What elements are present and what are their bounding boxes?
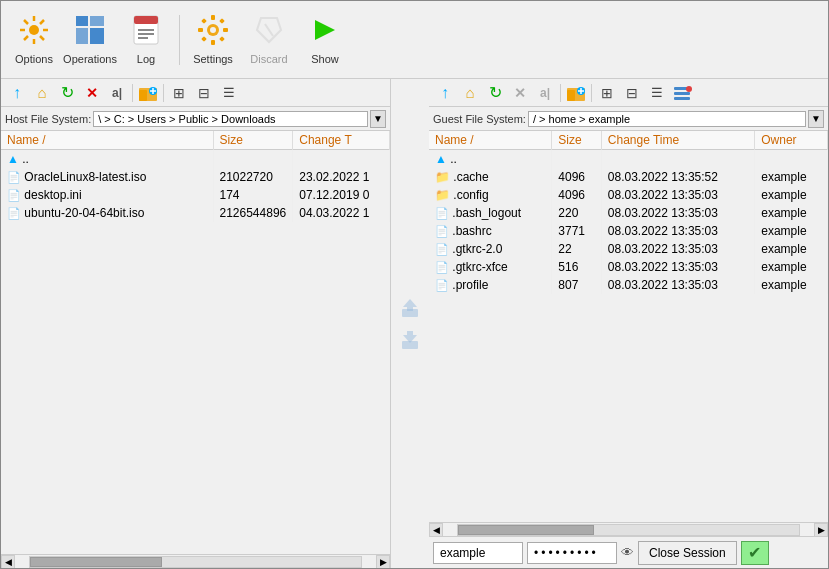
left-sec-toolbar: ↑ ⌂ ↻ ✕ a| ⊞ ⊟ ☰ <box>1 79 390 107</box>
right-table-body: ▲ .. 📁 .cache 4096 08.0 <box>429 150 828 295</box>
left-scroll-left[interactable]: ◀ <box>1 555 15 569</box>
eye-icon[interactable]: 👁 <box>621 545 634 560</box>
right-scroll-right[interactable]: ▶ <box>814 523 828 537</box>
left-col-name[interactable]: Name / <box>1 131 213 150</box>
left-bottom-scroll: ◀ ▶ <box>1 554 390 568</box>
table-row[interactable]: 📁 .config 4096 08.03.2022 13:35:03 examp… <box>429 186 828 204</box>
right-delete-button[interactable]: ✕ <box>508 82 532 104</box>
right-addr-dropdown[interactable]: ▼ <box>808 110 824 128</box>
right-table-header: Name / Size Change Time Owner <box>429 131 828 150</box>
table-row[interactable]: 📄 ubuntu-20-04-64bit.iso 2126544896 04.0… <box>1 204 390 222</box>
show-button[interactable]: Show <box>298 6 352 74</box>
table-row[interactable]: 📄 .profile 807 08.03.2022 13:35:03 examp… <box>429 276 828 294</box>
left-refresh-button[interactable]: ↻ <box>55 82 79 104</box>
discard-button[interactable]: Discard <box>242 6 296 74</box>
right-scroll-thumb <box>458 525 594 535</box>
right-file-table: Name / Size Change Time Owner <box>429 131 828 294</box>
left-file-table: Name / Size Change T <box>1 131 390 222</box>
table-row[interactable]: 📁 .cache 4096 08.03.2022 13:35:52 exampl… <box>429 168 828 186</box>
svg-rect-32 <box>139 90 147 101</box>
svg-line-5 <box>24 20 28 24</box>
right-home-button[interactable]: ⌂ <box>458 82 482 104</box>
settings-button[interactable]: Settings <box>186 6 240 74</box>
username-input[interactable] <box>433 542 523 564</box>
left-table-body: ▲ .. 📄 OracleLinux8-latest.iso 21022720 <box>1 150 390 223</box>
right-view1-button[interactable]: ⊞ <box>595 82 619 104</box>
right-row-name: 📄 .profile <box>429 276 552 294</box>
right-view2-button[interactable]: ⊟ <box>620 82 644 104</box>
right-scroll-track[interactable] <box>457 524 800 536</box>
svg-point-19 <box>210 27 216 33</box>
svg-line-6 <box>40 36 44 40</box>
options-button[interactable]: Options <box>7 6 61 74</box>
right-up-button[interactable]: ↑ <box>433 82 457 104</box>
right-scroll-left[interactable]: ◀ <box>429 523 443 537</box>
svg-rect-9 <box>76 16 88 26</box>
right-addr-input[interactable] <box>528 111 806 127</box>
right-row-name: 📄 .bash_logout <box>429 204 552 222</box>
left-scroll-track[interactable] <box>29 556 362 568</box>
left-view2-button[interactable]: ⊟ <box>192 82 216 104</box>
password-input[interactable] <box>527 542 617 564</box>
left-home-button[interactable]: ⌂ <box>30 82 54 104</box>
left-delete-button[interactable]: ✕ <box>80 82 104 104</box>
svg-rect-22 <box>198 28 203 32</box>
left-addr-input[interactable] <box>93 111 368 127</box>
right-row-name: 📄 .gtkrc-2.0 <box>429 240 552 258</box>
left-section: ↑ ⌂ ↻ ✕ a| ⊞ ⊟ ☰ <box>1 79 391 568</box>
main-toolbar: Options Operations <box>1 1 828 79</box>
left-scroll-right[interactable]: ▶ <box>376 555 390 569</box>
right-col-name[interactable]: Name / <box>429 131 552 150</box>
right-col-size[interactable]: Size <box>552 131 601 150</box>
left-table-header: Name / Size Change T <box>1 131 390 150</box>
table-row[interactable]: 📄 .bash_logout 220 08.03.2022 13:35:03 e… <box>429 204 828 222</box>
right-addr-label: Guest File System: <box>433 113 526 125</box>
svg-rect-23 <box>223 28 228 32</box>
left-col-change[interactable]: Change T <box>293 131 390 150</box>
svg-rect-47 <box>674 97 690 100</box>
left-view1-button[interactable]: ⊞ <box>167 82 191 104</box>
right-list-button[interactable]: ☰ <box>645 82 669 104</box>
table-row[interactable]: ▲ .. <box>1 150 390 169</box>
svg-rect-24 <box>201 18 207 24</box>
left-row-name: 📄 OracleLinux8-latest.iso <box>1 168 213 186</box>
right-rename-button[interactable]: a| <box>533 82 557 104</box>
right-col-owner[interactable]: Owner <box>755 131 828 150</box>
operations-button[interactable]: Operations <box>63 6 117 74</box>
check-icon: ✔ <box>748 543 761 562</box>
right-sec-sep <box>560 84 561 102</box>
right-section: ↑ ⌂ ↻ ✕ a| ⊞ ⊟ ☰ <box>429 79 828 568</box>
left-addr-dropdown[interactable]: ▼ <box>370 110 386 128</box>
left-newfolder-button[interactable] <box>136 82 160 104</box>
table-row[interactable]: 📄 OracleLinux8-latest.iso 21022720 23.02… <box>1 168 390 186</box>
table-row[interactable]: 📄 .gtkrc-2.0 22 08.03.2022 13:35:03 exam… <box>429 240 828 258</box>
right-menu-button[interactable] <box>670 82 694 104</box>
close-session-button[interactable]: Close Session <box>638 541 737 565</box>
upload-button[interactable] <box>396 294 424 322</box>
download-button[interactable] <box>396 326 424 354</box>
right-sec-sep2 <box>591 84 592 102</box>
left-up-button[interactable]: ↑ <box>5 82 29 104</box>
table-row[interactable]: 📄 .gtkrc-xfce 516 08.03.2022 13:35:03 ex… <box>429 258 828 276</box>
table-row[interactable]: 📄 desktop.ini 174 07.12.2019 0 <box>1 186 390 204</box>
discard-icon <box>253 14 285 51</box>
options-icon <box>18 14 50 51</box>
left-list-button[interactable]: ☰ <box>217 82 241 104</box>
left-col-size[interactable]: Size <box>213 131 293 150</box>
right-newfolder-button[interactable] <box>564 82 588 104</box>
log-button[interactable]: Log <box>119 6 173 74</box>
left-row-size: 2126544896 <box>213 204 293 222</box>
left-scroll-thumb <box>30 557 162 567</box>
right-col-change[interactable]: Change Time <box>601 131 754 150</box>
options-label: Options <box>15 53 53 65</box>
middle-section <box>391 79 429 568</box>
table-row[interactable]: ▲ .. <box>429 150 828 169</box>
right-table-scroll[interactable]: Name / Size Change Time Owner <box>429 131 828 522</box>
settings-icon <box>197 14 229 51</box>
right-refresh-button[interactable]: ↻ <box>483 82 507 104</box>
left-table-scroll[interactable]: Name / Size Change T <box>1 131 390 554</box>
left-rename-button[interactable]: a| <box>105 82 129 104</box>
confirm-button[interactable]: ✔ <box>741 541 769 565</box>
table-row[interactable]: 📄 .bashrc 3771 08.03.2022 13:35:03 examp… <box>429 222 828 240</box>
right-sec-toolbar: ↑ ⌂ ↻ ✕ a| ⊞ ⊟ ☰ <box>429 79 828 107</box>
